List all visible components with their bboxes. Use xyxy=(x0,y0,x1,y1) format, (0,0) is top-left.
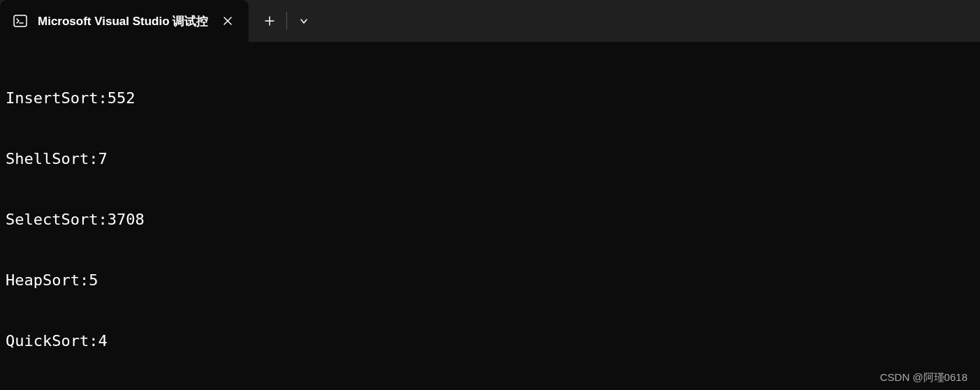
output-line: HeapSort:5 xyxy=(6,270,974,290)
tab-dropdown-button[interactable] xyxy=(288,6,319,36)
divider xyxy=(286,12,287,30)
close-tab-button[interactable] xyxy=(218,11,237,31)
output-line: InsertSort:552 xyxy=(6,88,974,108)
titlebar-controls xyxy=(249,0,319,42)
terminal-content[interactable]: InsertSort:552 ShellSort:7 SelectSort:37… xyxy=(0,42,980,390)
output-line: QuickSort:4 xyxy=(6,331,974,351)
active-tab[interactable]: Microsoft Visual Studio 调试控 xyxy=(0,0,249,42)
svg-rect-0 xyxy=(14,15,27,27)
output-line: ShellSort:7 xyxy=(6,149,974,169)
watermark: CSDN @阿瑾0618 xyxy=(880,371,967,384)
new-tab-button[interactable] xyxy=(254,6,285,36)
tab-title: Microsoft Visual Studio 调试控 xyxy=(38,13,208,29)
output-line: SelectSort:3708 xyxy=(6,209,974,230)
titlebar: Microsoft Visual Studio 调试控 xyxy=(0,0,980,42)
terminal-icon xyxy=(13,13,28,29)
